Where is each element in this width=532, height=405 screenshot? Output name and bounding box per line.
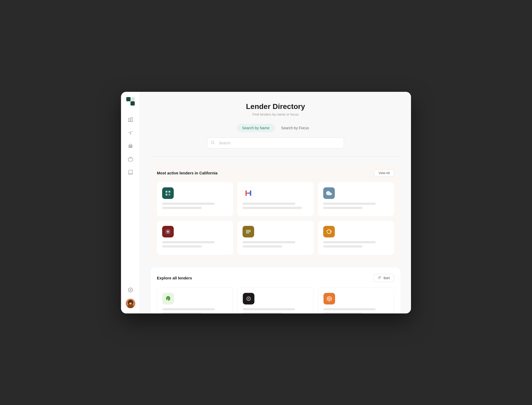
explore-section-title: Explore all lenders: [157, 276, 192, 280]
lender-icon: [323, 226, 335, 237]
card-name-line: [162, 308, 215, 310]
svg-point-40: [248, 298, 249, 299]
sidebar-bottom: [125, 284, 136, 308]
sidebar-item-telescope[interactable]: [125, 127, 136, 138]
search-container: [207, 137, 344, 149]
card-name-line: [243, 203, 295, 205]
lender-card[interactable]: [318, 182, 394, 216]
svg-point-14: [130, 289, 131, 290]
svg-rect-1: [130, 101, 135, 106]
active-section-title: Most active lenders in California: [157, 171, 217, 175]
lender-card[interactable]: [157, 182, 233, 216]
card-detail-line: [243, 312, 282, 313]
lender-icon: [243, 187, 254, 199]
lender-icon: [243, 226, 254, 237]
svg-rect-27: [168, 194, 170, 196]
lender-icon: [162, 187, 174, 199]
app-container: Lender Directory Find lenders by name or…: [121, 92, 411, 313]
view-all-button[interactable]: View All: [374, 169, 394, 177]
svg-rect-11: [131, 145, 132, 147]
sort-label: Sort: [383, 276, 390, 280]
card-name-line: [323, 203, 376, 205]
card-detail-line: [323, 207, 363, 209]
svg-rect-26: [166, 194, 167, 196]
search-icon: [211, 140, 215, 145]
svg-rect-9: [129, 145, 130, 147]
card-detail-line: [162, 312, 201, 313]
card-name-line: [243, 241, 295, 243]
card-detail-line: [243, 245, 282, 247]
lender-card[interactable]: [157, 287, 233, 313]
card-detail-line: [162, 245, 202, 247]
logo[interactable]: [126, 97, 135, 107]
page-subtitle: Find lenders by name or focus: [151, 112, 400, 116]
avatar[interactable]: [126, 299, 135, 308]
lender-card[interactable]: [237, 287, 313, 313]
svg-rect-2: [130, 97, 135, 101]
card-detail-line: [323, 245, 363, 247]
active-section-header: Most active lenders in California View A…: [157, 169, 394, 177]
lender-card[interactable]: [237, 182, 313, 216]
svg-point-21: [132, 301, 133, 304]
card-name-line: [162, 203, 215, 205]
avatar-image: [126, 299, 135, 308]
card-detail-line: [162, 207, 202, 209]
lender-icon: [162, 293, 174, 304]
lender-card[interactable]: [318, 287, 394, 313]
card-detail-line: [243, 207, 302, 209]
lender-card[interactable]: [318, 221, 394, 255]
card-name-line: [323, 241, 376, 243]
svg-rect-10: [130, 145, 131, 147]
svg-point-20: [128, 301, 129, 304]
card-name-line: [162, 241, 215, 243]
tab-search-by-focus[interactable]: Search by Focus: [276, 124, 314, 132]
settings-icon[interactable]: [125, 284, 136, 296]
main-content: Lender Directory Find lenders by name or…: [140, 92, 411, 313]
divider: [151, 156, 400, 157]
active-lenders-grid: [157, 182, 394, 255]
lender-card[interactable]: [237, 221, 313, 255]
search-input[interactable]: [207, 137, 344, 149]
svg-rect-13: [128, 158, 133, 161]
sidebar-item-bank[interactable]: [125, 140, 136, 151]
explore-section-header: Explore all lenders Sort: [157, 274, 394, 282]
svg-rect-31: [248, 193, 251, 194]
svg-rect-3: [128, 118, 130, 122]
lender-icon: [323, 187, 335, 199]
lender-icon: [323, 293, 335, 304]
tab-search-by-name[interactable]: Search by Name: [237, 124, 275, 132]
sidebar: [121, 92, 140, 313]
lender-card[interactable]: [157, 221, 233, 255]
svg-rect-25: [168, 191, 170, 193]
sidebar-item-briefcase[interactable]: [125, 154, 136, 165]
card-detail-line: [323, 312, 362, 313]
explore-lenders-grid: [157, 287, 394, 313]
svg-line-23: [214, 143, 214, 144]
svg-point-22: [211, 141, 214, 144]
sort-button[interactable]: Sort: [374, 274, 394, 282]
page-header: Lender Directory Find lenders by name or…: [151, 102, 400, 116]
page-title: Lender Directory: [151, 102, 400, 111]
lender-icon: [162, 226, 174, 237]
svg-rect-24: [166, 191, 167, 193]
svg-rect-4: [131, 117, 132, 121]
lender-icon: [243, 293, 254, 304]
sidebar-item-buildings[interactable]: [125, 114, 136, 125]
tab-bar: Search by Name Search by Focus: [151, 124, 400, 132]
card-name-line: [243, 308, 295, 310]
svg-rect-0: [126, 97, 130, 101]
explore-lenders-section: Explore all lenders Sort: [151, 268, 400, 313]
active-lenders-section: Most active lenders in California View A…: [151, 163, 400, 261]
card-name-line: [323, 308, 376, 310]
sidebar-item-book[interactable]: [125, 167, 136, 178]
